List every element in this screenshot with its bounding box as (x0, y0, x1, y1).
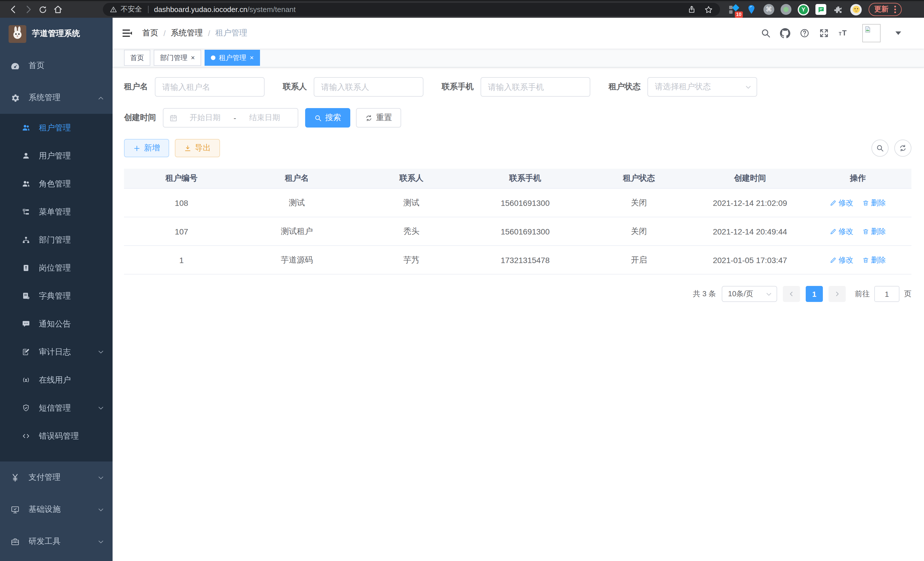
extensions-puzzle-icon[interactable] (832, 4, 844, 15)
extension-grid-icon[interactable]: 10 (728, 4, 740, 15)
browser-chrome: 不安全 dashboard.yudao.iocoder.cn/system/te… (0, 0, 924, 18)
user-avatar[interactable] (862, 24, 880, 42)
sidebar-item-tenant[interactable]: 租户管理 (0, 114, 112, 142)
browser-home-button[interactable] (50, 2, 65, 17)
sidebar-item-infrastructure[interactable]: 基础设施 (0, 493, 112, 526)
toggle-search-button[interactable] (872, 140, 889, 157)
tab-close-icon[interactable] (191, 54, 195, 62)
app-logo-row[interactable]: 芋道管理系统 (0, 18, 112, 50)
prev-page-button[interactable] (783, 286, 800, 302)
browser-reload-button[interactable] (35, 2, 50, 17)
sidebar-item-error-code[interactable]: 错误码管理 (0, 422, 112, 450)
page-size-select[interactable]: 10条/页 (722, 286, 777, 302)
search-button[interactable]: 搜索 (305, 108, 350, 128)
extension-chat-icon[interactable] (815, 4, 826, 15)
search-icon (314, 114, 322, 122)
sidebar-item-online-user[interactable]: 在线用户 (0, 366, 112, 394)
sidebar-item-notice[interactable]: 通知公告 (0, 310, 112, 338)
extensions-row: 10 ⌘ Y (728, 4, 862, 15)
sidebar-item-label: 部门管理 (39, 235, 71, 245)
sidebar-item-user[interactable]: 用户管理 (0, 142, 112, 170)
edit-label: 修改 (838, 198, 854, 208)
github-icon[interactable] (780, 28, 790, 38)
sidebar-item-sms[interactable]: 短信管理 (0, 394, 112, 422)
org-chart-icon (22, 236, 30, 244)
edit-button[interactable]: 修改 (830, 198, 854, 208)
chevron-down-icon (97, 474, 105, 481)
sidebar-item-menu[interactable]: 菜单管理 (0, 198, 112, 226)
sidebar-item-dev-tools[interactable]: 研发工具 (0, 526, 112, 558)
tab-close-icon[interactable] (250, 54, 254, 62)
page-content: 租户名 联系人 联系手机 租户状态 请选择租户状态 (112, 68, 924, 561)
sms-shield-icon (22, 404, 30, 412)
tab-dept[interactable]: 部门管理 (154, 50, 201, 66)
cell-tenant-name: 芋道源码 (239, 246, 355, 274)
page-number-1[interactable]: 1 (806, 286, 823, 302)
font-size-icon[interactable]: TT (838, 28, 849, 38)
sidebar-item-dept[interactable]: 部门管理 (0, 226, 112, 254)
create-time-range-picker[interactable]: 开始日期 - 结束日期 (163, 108, 298, 128)
browser-back-button[interactable] (6, 2, 21, 17)
toolbar-row: 新增 导出 (124, 139, 911, 157)
address-bar[interactable]: 不安全 dashboard.yudao.iocoder.cn/system/te… (103, 3, 720, 16)
tab-home[interactable]: 首页 (124, 50, 150, 66)
edit-button[interactable]: 修改 (830, 255, 854, 265)
phone-input[interactable] (481, 77, 590, 97)
breadcrumb-system[interactable]: 系统管理 (171, 28, 203, 38)
contact-input[interactable] (314, 77, 423, 97)
delete-button[interactable]: 删除 (862, 198, 886, 208)
sidebar-item-label: 租户管理 (39, 123, 71, 133)
breadcrumb-home[interactable]: 首页 (142, 28, 158, 38)
next-page-button[interactable] (829, 286, 846, 302)
sidebar-item-audit-log[interactable]: 审计日志 (0, 338, 112, 366)
header-search-icon[interactable] (760, 28, 771, 38)
browser-menu-icon[interactable] (894, 6, 896, 13)
chevron-left-icon (788, 290, 795, 297)
sidebar-item-post[interactable]: 岗位管理 (0, 254, 112, 282)
sidebar-collapse-icon[interactable] (122, 27, 133, 39)
refresh-table-button[interactable] (894, 140, 911, 157)
cell-tenant-name: 测试租户 (239, 217, 355, 246)
sidebar-item-home[interactable]: 首页 (0, 50, 112, 82)
fullscreen-icon[interactable] (819, 28, 829, 38)
avatar-caret-icon[interactable] (896, 32, 901, 35)
extension-y-icon[interactable]: Y (798, 4, 809, 15)
url-text[interactable]: dashboard.yudao.iocoder.cn/system/tenant (154, 5, 687, 14)
extension-dot-icon[interactable] (781, 4, 791, 15)
extension-pin-icon[interactable] (746, 4, 757, 15)
export-button[interactable]: 导出 (175, 139, 220, 157)
date-separator: - (232, 114, 237, 122)
site-security-chip[interactable]: 不安全 (110, 5, 142, 14)
profile-avatar-icon[interactable] (850, 4, 862, 15)
table-row: 107 测试租户 秃头 15601691300 关闭 2021-12-14 20… (124, 217, 911, 246)
chevron-down-icon (97, 348, 105, 356)
cell-contact: 秃头 (355, 217, 468, 246)
extension-command-icon[interactable]: ⌘ (764, 4, 774, 15)
help-icon[interactable] (800, 28, 810, 38)
reset-button[interactable]: 重置 (356, 108, 401, 128)
status-select[interactable]: 请选择租户状态 (647, 77, 757, 97)
share-icon[interactable] (687, 5, 696, 14)
status-label: 租户状态 (609, 82, 640, 92)
sidebar-item-payment[interactable]: 支付管理 (0, 462, 112, 493)
sidebar-item-system[interactable]: 系统管理 (0, 82, 112, 114)
plus-icon (133, 144, 141, 152)
add-button[interactable]: 新增 (124, 139, 169, 157)
sidebar-item-label: 系统管理 (28, 93, 61, 103)
sidebar-item-role[interactable]: 角色管理 (0, 170, 112, 198)
pagination: 共 3 条 10条/页 1 前往 页 (124, 286, 911, 302)
tab-tenant[interactable]: 租户管理 (205, 50, 260, 66)
goto-page-input[interactable] (874, 286, 899, 302)
delete-button[interactable]: 删除 (862, 226, 886, 236)
bookmark-star-icon[interactable] (704, 5, 713, 14)
tenant-name-input[interactable] (155, 77, 265, 97)
column-header: 联系人 (355, 169, 468, 188)
broken-image-icon (864, 26, 872, 33)
dashboard-icon (10, 61, 20, 71)
sidebar-item-dict[interactable]: 字典管理 (0, 282, 112, 310)
delete-button[interactable]: 删除 (862, 255, 886, 265)
browser-forward-button[interactable] (21, 2, 35, 17)
sidebar-item-label: 用户管理 (39, 151, 71, 161)
browser-update-button[interactable]: 更新 (868, 3, 902, 16)
edit-button[interactable]: 修改 (830, 226, 854, 236)
